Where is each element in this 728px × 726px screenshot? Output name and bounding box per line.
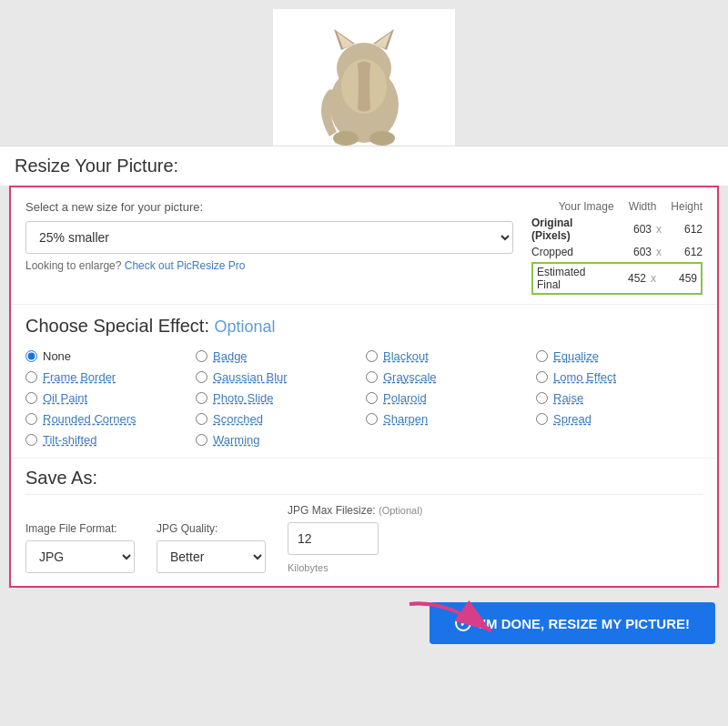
effect-oil-paint-radio[interactable] (25, 392, 37, 404)
effect-scorched-radio[interactable] (196, 413, 207, 425)
effect-grayscale[interactable]: Grayscale (366, 370, 532, 384)
dim-row-original: Original(Pixels) 603 x 612 (531, 215, 703, 244)
original-label: Original(Pixels) (531, 217, 615, 242)
effect-spread-label: Spread (553, 412, 592, 426)
save-title: Save As: (25, 468, 703, 495)
effect-gaussian-blur-label: Gaussian Blur (213, 370, 288, 384)
enlarge-note: Looking to enlarge? Check out PicResize … (25, 259, 513, 272)
effect-scorched[interactable]: Scorched (196, 412, 362, 426)
effect-gaussian-blur-radio[interactable] (196, 371, 207, 383)
filesize-field: JPG Max Filesize: (Optional) Kilobytes (288, 504, 422, 573)
effect-warming-label: Warming (213, 433, 260, 447)
cropped-label: Cropped (531, 246, 615, 258)
quality-select[interactable]: Good Better Best (157, 540, 266, 573)
effect-raise[interactable]: Raise (536, 391, 703, 405)
effect-gaussian-blur[interactable]: Gaussian Blur (196, 370, 362, 384)
width-header: Width (629, 200, 657, 213)
effect-badge[interactable]: Badge (196, 349, 362, 363)
effect-equalize-radio[interactable] (536, 350, 548, 362)
effect-grayscale-label: Grayscale (383, 370, 437, 384)
effect-oil-paint-label: Oil Paint (43, 391, 87, 405)
dim-header: Your Image Width Height (531, 200, 703, 213)
effect-lomo-effect-label: Lomo Effect (553, 370, 616, 384)
effect-polaroid-radio[interactable] (366, 392, 378, 404)
pink-arrow (400, 595, 510, 650)
optional-label: Optional (215, 318, 276, 336)
effect-equalize-label: Equalize (553, 349, 599, 363)
effect-lomo-effect-radio[interactable] (536, 371, 548, 383)
effect-blackout-label: Blackout (383, 349, 429, 363)
kilobytes-label: Kilobytes (288, 562, 422, 573)
main-panel: Select a new size for your picture: 25% … (9, 186, 719, 588)
effects-section: Choose Special Effect: Optional None Bad… (11, 305, 717, 459)
cat-image (305, 18, 423, 146)
effect-polaroid[interactable]: Polaroid (366, 391, 532, 405)
effect-lomo-effect[interactable]: Lomo Effect (536, 370, 703, 384)
effect-none[interactable]: None (25, 349, 192, 363)
original-height: 612 (666, 223, 703, 236)
svg-point-8 (369, 131, 395, 146)
effect-sharpen-label: Sharpen (383, 412, 428, 426)
cropped-width: 603 (615, 246, 652, 258)
size-left: Select a new size for your picture: 25% … (25, 200, 513, 272)
effect-frame-border-radio[interactable] (25, 371, 37, 383)
effect-frame-border[interactable]: Frame Border (25, 370, 192, 384)
svg-point-7 (333, 131, 359, 146)
page-wrapper: Resize Your Picture: Select a new size f… (0, 0, 728, 659)
estimated-height: 459 (661, 272, 697, 285)
effect-blackout-radio[interactable] (366, 350, 378, 362)
effect-none-label: None (43, 349, 71, 363)
cat-image-container (273, 9, 455, 146)
submit-button-label: I'M DONE, RESIZE MY PICTURE! (479, 616, 690, 631)
dimensions-table: Your Image Width Height Original(Pixels)… (531, 200, 703, 295)
filesize-input[interactable] (288, 522, 379, 555)
estimated-width: 452 (610, 272, 646, 285)
effect-sharpen[interactable]: Sharpen (366, 412, 532, 426)
effect-rounded-corners[interactable]: Rounded Corners (25, 412, 192, 426)
format-field: Image File Format: JPG PNG GIF BMP (25, 522, 135, 573)
size-select[interactable]: 25% smaller 50% smaller 75% smaller Cust… (25, 221, 513, 254)
image-preview-area (0, 0, 728, 146)
dim-row-cropped: Cropped 603 x 612 (531, 244, 703, 260)
effects-empty-2 (536, 433, 703, 447)
resize-title-bar: Resize Your Picture: (0, 146, 728, 186)
effect-tilt-shifted[interactable]: Tilt-shifted (25, 433, 192, 447)
save-section: Save As: Image File Format: JPG PNG GIF … (11, 459, 717, 586)
effect-raise-label: Raise (553, 391, 583, 405)
effect-tilt-shifted-radio[interactable] (25, 434, 37, 446)
size-label: Select a new size for your picture: (25, 200, 513, 214)
effect-grayscale-radio[interactable] (366, 371, 378, 383)
effect-badge-label: Badge (213, 349, 248, 363)
effect-rounded-corners-radio[interactable] (25, 413, 37, 425)
effect-warming-radio[interactable] (196, 434, 207, 446)
submit-area: ✓ I'M DONE, RESIZE MY PICTURE! (0, 597, 728, 659)
quality-field: JPG Quality: Good Better Best (157, 522, 266, 573)
effect-oil-paint[interactable]: Oil Paint (25, 391, 192, 405)
size-section: Select a new size for your picture: 25% … (11, 187, 717, 305)
effect-blackout[interactable]: Blackout (366, 349, 532, 363)
effect-spread-radio[interactable] (536, 413, 548, 425)
effect-equalize[interactable]: Equalize (536, 349, 703, 363)
effect-warming[interactable]: Warming (196, 433, 362, 447)
effect-badge-radio[interactable] (196, 350, 207, 362)
filesize-label: JPG Max Filesize: (Optional) (288, 504, 422, 517)
effect-spread[interactable]: Spread (536, 412, 703, 426)
effect-raise-radio[interactable] (536, 392, 548, 404)
effect-tilt-shifted-label: Tilt-shifted (43, 433, 96, 447)
effect-photo-slide[interactable]: Photo Slide (196, 391, 362, 405)
height-header: Height (671, 200, 703, 213)
picresize-pro-link[interactable]: Check out PicResize Pro (125, 259, 246, 272)
effect-none-radio[interactable] (25, 350, 37, 362)
effect-frame-border-label: Frame Border (43, 370, 116, 384)
original-width: 603 (615, 223, 652, 236)
format-select[interactable]: JPG PNG GIF BMP (25, 540, 135, 573)
effect-scorched-label: Scorched (213, 412, 263, 426)
save-fields: Image File Format: JPG PNG GIF BMP JPG Q… (25, 504, 703, 573)
your-image-header: Your Image (559, 200, 614, 213)
effects-title: Choose Special Effect: Optional (25, 316, 703, 337)
estimated-label: EstimatedFinal (537, 266, 610, 291)
effect-photo-slide-radio[interactable] (196, 392, 207, 404)
resize-title: Resize Your Picture: (15, 156, 713, 176)
dim-row-estimated: EstimatedFinal 452 x 459 (531, 262, 703, 295)
effect-sharpen-radio[interactable] (366, 413, 378, 425)
